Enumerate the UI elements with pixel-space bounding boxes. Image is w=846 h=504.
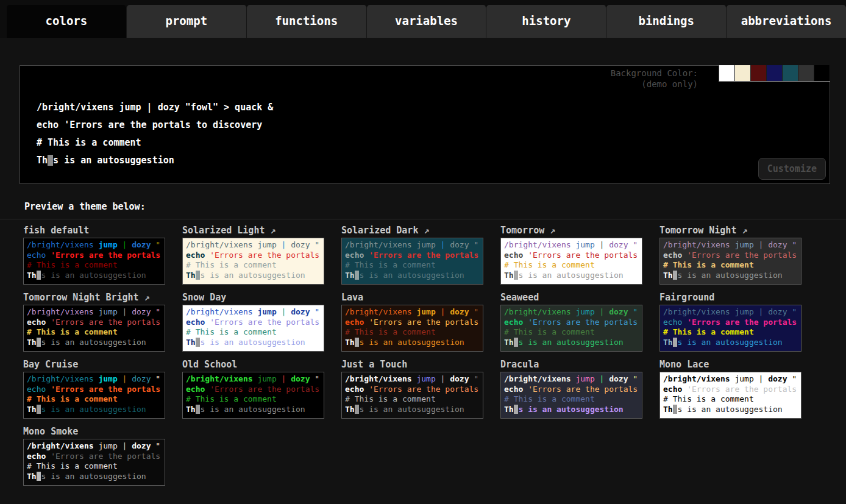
theme-preview[interactable]: /bright/vixens jump | dozy "echo 'Errors… xyxy=(182,238,324,285)
bg-swatch-cream[interactable] xyxy=(735,65,751,81)
syntax-token: jump xyxy=(734,240,758,249)
bg-swatch-maroon[interactable] xyxy=(751,65,767,81)
theme-card: Solarized Dark ↗/bright/vixens jump | do… xyxy=(341,225,483,285)
syntax-token: Th xyxy=(186,271,196,280)
external-link-icon[interactable]: ↗ xyxy=(418,225,429,236)
external-link-icon[interactable]: ↗ xyxy=(139,292,150,303)
syntax-token: dozy xyxy=(450,307,474,316)
theme-preview[interactable]: /bright/vixens jump | dozy "echo 'Errors… xyxy=(23,372,165,419)
background-color-label-line2: (demo only) xyxy=(611,79,698,90)
theme-name: Old School xyxy=(182,359,237,370)
tab-history[interactable]: history xyxy=(486,5,606,38)
syntax-token: 'Errors are the portals xyxy=(51,452,160,461)
theme-preview[interactable]: /bright/vixens jump | dozy "echo 'Errors… xyxy=(500,305,642,352)
tab-bindings[interactable]: bindings xyxy=(606,5,727,38)
theme-title[interactable]: fish default xyxy=(23,225,165,236)
theme-preview-line: /bright/vixens jump | dozy " xyxy=(345,374,480,385)
theme-title[interactable]: Solarized Light ↗ xyxy=(182,225,324,236)
theme-preview[interactable]: /bright/vixens jump | dozy "echo 'Errors… xyxy=(500,372,642,419)
tab-functions[interactable]: functions xyxy=(247,5,367,38)
theme-title[interactable]: Old School xyxy=(182,359,324,370)
theme-card: Fairground/bright/vixens jump | dozy "ec… xyxy=(659,292,802,352)
tab-variables[interactable]: variables xyxy=(367,5,487,38)
theme-preview-line: echo 'Errors are the portals xyxy=(345,385,480,395)
syntax-token: jump xyxy=(734,374,758,383)
syntax-token: echo xyxy=(186,385,210,394)
theme-title[interactable]: Seaweed xyxy=(500,292,642,303)
tab-abbreviations[interactable]: abbreviations xyxy=(727,5,846,38)
theme-preview[interactable]: /bright/vixens jump | dozy "echo 'Errors… xyxy=(659,372,802,419)
theme-title[interactable]: Bay Cruise xyxy=(23,359,165,370)
tab-prompt[interactable]: prompt xyxy=(127,5,247,38)
syntax-token: Th xyxy=(504,271,514,280)
theme-preview[interactable]: /bright/vixens jump | dozy "echo 'Errors… xyxy=(23,305,165,352)
theme-title[interactable]: Tomorrow Night ↗ xyxy=(659,225,802,236)
theme-preview[interactable]: /bright/vixens jump | dozy "echo 'Errors… xyxy=(341,372,483,419)
theme-title[interactable]: Snow Day xyxy=(182,292,324,303)
external-link-icon[interactable]: ↗ xyxy=(544,225,555,236)
theme-preview-line: # This is a comment xyxy=(663,394,798,405)
theme-preview[interactable]: /bright/vixens jump | dozy "echo 'Errors… xyxy=(341,238,483,285)
bg-swatch-teal[interactable] xyxy=(783,65,798,81)
theme-title[interactable]: Tomorrow ↗ xyxy=(500,225,642,236)
syntax-token: dozy xyxy=(291,307,315,316)
theme-title[interactable]: Tomorrow Night Bright ↗ xyxy=(23,292,165,303)
theme-preview-line: This is an autosuggestion xyxy=(504,405,639,415)
theme-preview[interactable]: /bright/vixens jump | dozy "echo 'Errors… xyxy=(23,238,165,285)
theme-name: Mono Lace xyxy=(659,359,709,370)
syntax-token: s is an autosuggestion xyxy=(518,338,623,347)
syntax-token: # This is a comment xyxy=(27,461,118,470)
theme-title[interactable]: Mono Smoke xyxy=(23,426,165,437)
syntax-token: s is an autosuggestion xyxy=(359,271,464,280)
theme-title[interactable]: Solarized Dark ↗ xyxy=(341,225,483,236)
theme-preview-line: # This is a comment xyxy=(663,327,798,338)
bg-swatch-white[interactable] xyxy=(719,65,735,81)
external-link-icon[interactable]: ↗ xyxy=(265,225,275,236)
theme-preview[interactable]: /bright/vixens jump | dozy "echo 'Errors… xyxy=(182,372,324,419)
syntax-token: 'Errors are the portals xyxy=(51,318,160,327)
syntax-token: # This is a comment xyxy=(345,260,436,269)
theme-title[interactable]: Just a Touch xyxy=(341,359,483,370)
syntax-token: jump xyxy=(416,307,440,316)
theme-title[interactable]: Dracula xyxy=(500,359,642,370)
theme-title[interactable]: Mono Lace xyxy=(659,359,802,370)
theme-preview[interactable]: /bright/vixens jump | dozy "echo 'Errors… xyxy=(659,238,802,285)
syntax-token: dozy xyxy=(132,307,155,316)
syntax-token: | xyxy=(441,307,450,316)
syntax-token: 'Errors are the portals xyxy=(369,318,478,327)
syntax-token: jump xyxy=(575,307,599,316)
syntax-token: dozy xyxy=(609,240,633,249)
theme-title[interactable]: Lava xyxy=(341,292,483,303)
theme-preview-line: echo 'Errors are the portals xyxy=(345,250,480,261)
theme-preview-line: echo 'Errors are the portals xyxy=(27,318,162,328)
background-swatch-strip xyxy=(719,65,830,82)
external-link-icon[interactable]: ↗ xyxy=(736,225,747,236)
syntax-token: | xyxy=(759,307,769,316)
theme-name: Dracula xyxy=(500,359,539,370)
theme-preview-line: /bright/vixens jump | dozy " xyxy=(663,240,798,250)
bg-swatch-navy[interactable] xyxy=(767,65,783,81)
theme-preview-line: echo 'Errors are the portals xyxy=(504,385,639,395)
theme-preview[interactable]: /bright/vixens jump | dozy "echo 'Errors… xyxy=(23,439,165,486)
theme-preview-line: # This is a comment xyxy=(27,461,162,472)
bg-swatch-black[interactable] xyxy=(814,65,830,81)
theme-preview[interactable]: /bright/vixens jump | dozy "echo 'Errors… xyxy=(659,305,802,352)
bg-swatch-charcoal[interactable] xyxy=(798,65,814,81)
theme-card: Just a Touch/bright/vixens jump | dozy "… xyxy=(341,359,483,419)
theme-preview-line: This is an autosuggestion xyxy=(27,405,162,415)
customize-button[interactable]: Customize xyxy=(758,158,826,180)
syntax-token: echo xyxy=(345,318,369,327)
theme-preview-line: echo 'Errors are the portals xyxy=(663,318,798,328)
tab-colors[interactable]: colors xyxy=(7,5,127,38)
theme-preview[interactable]: /bright/vixens jump | dozy "echo 'Errors… xyxy=(341,305,483,352)
theme-preview[interactable]: /bright/vixens jump | dozy "echo 'Errors… xyxy=(500,238,642,285)
syntax-token: s is an autosuggestion xyxy=(41,338,146,347)
syntax-token: s is an autosuggestion xyxy=(41,405,146,414)
syntax-token: " xyxy=(792,240,797,249)
theme-preview[interactable]: /bright/vixens jump | dozy "echo 'Errors… xyxy=(182,305,324,352)
theme-preview-line: This is an autosuggestion xyxy=(345,405,480,415)
syntax-token: jump xyxy=(257,307,281,316)
theme-title[interactable]: Fairground xyxy=(659,292,802,303)
preview-line: echo 'Errors are the portals to discover… xyxy=(37,116,830,134)
syntax-token: /bright/vixens xyxy=(186,240,257,249)
